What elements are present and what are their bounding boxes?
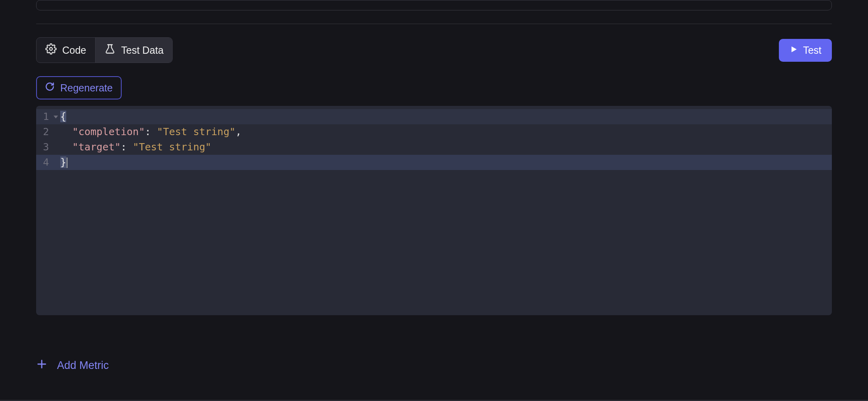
regenerate-button[interactable]: Regenerate bbox=[36, 76, 122, 99]
code-line[interactable]: 2 "completion": "Test string", bbox=[36, 124, 832, 140]
toolbar: Code Test Data Test bbox=[36, 37, 832, 63]
code-editor[interactable]: 1 { 2 "completion": "Test string", 3 "ta… bbox=[36, 106, 832, 315]
tab-group: Code Test Data bbox=[36, 37, 173, 63]
svg-marker-2 bbox=[53, 115, 58, 118]
svg-point-0 bbox=[50, 48, 53, 51]
code-line[interactable]: 4 } bbox=[36, 155, 832, 170]
tab-test-data-label: Test Data bbox=[121, 45, 164, 56]
tab-code-label: Code bbox=[62, 45, 86, 56]
gear-icon bbox=[45, 43, 57, 57]
text-cursor bbox=[67, 158, 67, 168]
plus-icon bbox=[36, 358, 47, 373]
code-content: "completion": "Test string", bbox=[60, 124, 242, 140]
line-number: 3 bbox=[36, 140, 51, 155]
line-number: 1 bbox=[36, 109, 51, 124]
tab-test-data[interactable]: Test Data bbox=[96, 38, 173, 63]
add-metric-label: Add Metric bbox=[57, 359, 109, 372]
play-icon bbox=[789, 45, 798, 56]
fold-chevron-icon[interactable] bbox=[51, 114, 60, 119]
code-content: } bbox=[60, 155, 67, 170]
code-content: { bbox=[60, 109, 66, 124]
code-line[interactable]: 1 { bbox=[36, 109, 832, 124]
test-button[interactable]: Test bbox=[779, 39, 832, 62]
refresh-icon bbox=[45, 82, 55, 94]
tab-code[interactable]: Code bbox=[37, 38, 95, 63]
top-input-area[interactable] bbox=[36, 0, 832, 10]
regenerate-button-label: Regenerate bbox=[60, 82, 113, 94]
line-number: 2 bbox=[36, 124, 51, 140]
add-metric-button[interactable]: Add Metric bbox=[36, 358, 109, 373]
svg-marker-1 bbox=[792, 46, 797, 52]
test-button-label: Test bbox=[803, 45, 821, 56]
line-number: 4 bbox=[36, 155, 51, 170]
section-divider bbox=[36, 24, 832, 24]
flask-icon bbox=[104, 43, 116, 57]
code-line[interactable]: 3 "target": "Test string" bbox=[36, 140, 832, 155]
code-content: "target": "Test string" bbox=[60, 140, 211, 155]
